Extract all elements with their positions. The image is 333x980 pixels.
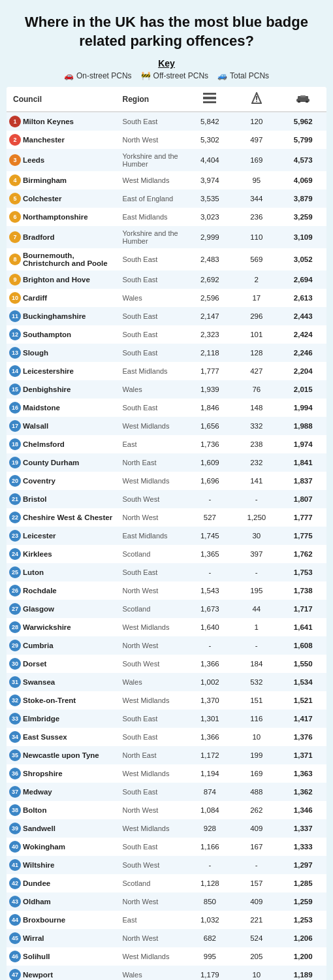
region-cell: South East bbox=[120, 710, 187, 728]
off-street-value: 95 bbox=[233, 171, 279, 189]
table-row: 24 Kirklees Scotland 1,365 397 1,762 bbox=[7, 545, 326, 563]
key-total-label: Total PCNs bbox=[230, 71, 269, 80]
off-street-value: 221 bbox=[233, 911, 279, 929]
table-row: 8 Bournemouth, Christchurch and Poole So… bbox=[7, 248, 326, 270]
table-row: 21 Bristol South West - - 1,807 bbox=[7, 490, 326, 508]
council-cell: 19 County Durham bbox=[7, 453, 120, 472]
council-cell: 37 Medway bbox=[7, 783, 120, 801]
off-street-value: 296 bbox=[233, 307, 279, 325]
council-cell: 28 Warwickshire bbox=[7, 618, 120, 636]
table-row: 31 Swansea Wales 1,002 532 1,534 bbox=[7, 673, 326, 691]
table-row: 12 Southampton South East 2,323 101 2,42… bbox=[7, 325, 326, 344]
region-cell: North East bbox=[120, 746, 187, 764]
off-street-value: - bbox=[233, 856, 279, 874]
off-street-value: 101 bbox=[233, 325, 279, 344]
rank-badge: 36 bbox=[9, 768, 21, 779]
council-name: Walsall bbox=[23, 422, 48, 430]
table-row: 6 Northamptonshire East Midlands 3,023 2… bbox=[7, 208, 326, 226]
region-cell: Wales bbox=[120, 380, 187, 399]
region-cell: North West bbox=[120, 508, 187, 527]
council-cell: 27 Glasgow bbox=[7, 600, 120, 618]
table-header-row: Council Region bbox=[7, 87, 326, 112]
rank-badge: 39 bbox=[9, 823, 21, 834]
council-cell: 1 Milton Keynes bbox=[7, 112, 120, 131]
rank-badge: 15 bbox=[9, 384, 21, 395]
total-value: 1,189 bbox=[280, 966, 326, 980]
on-street-value: 1,939 bbox=[187, 380, 233, 399]
on-street-value: 3,974 bbox=[187, 171, 233, 189]
rank-badge: 20 bbox=[9, 475, 21, 487]
rank-badge: 19 bbox=[9, 457, 21, 468]
council-cell: 9 Brighton and Hove bbox=[7, 270, 120, 289]
svg-point-5 bbox=[256, 101, 257, 102]
off-street-value: 167 bbox=[233, 838, 279, 856]
rank-badge: 16 bbox=[9, 402, 21, 414]
rank-badge: 12 bbox=[9, 329, 21, 340]
rank-badge: 32 bbox=[9, 694, 21, 706]
rank-badge: 4 bbox=[9, 174, 21, 186]
table-row: 11 Buckinghamshire South East 2,147 296 … bbox=[7, 307, 326, 325]
on-street-value: 928 bbox=[187, 819, 233, 838]
total-value: 1,417 bbox=[280, 710, 326, 728]
council-cell: 10 Cardiff bbox=[7, 289, 120, 307]
table-row: 39 Sandwell West Midlands 928 409 1,337 bbox=[7, 819, 326, 838]
council-name: Cheshire West & Chester bbox=[23, 514, 112, 521]
table-row: 13 Slough South East 2,118 128 2,246 bbox=[7, 344, 326, 362]
off-street-value: - bbox=[233, 490, 279, 508]
off-street-value: 344 bbox=[233, 189, 279, 208]
on-street-value: 4,404 bbox=[187, 149, 233, 171]
off-street-value: 195 bbox=[233, 581, 279, 600]
region-cell: South West bbox=[120, 655, 187, 673]
council-name: Southampton bbox=[23, 331, 71, 338]
region-cell: East Midlands bbox=[120, 362, 187, 380]
on-street-value: 1,846 bbox=[187, 399, 233, 417]
table-row: 26 Rochdale North West 1,543 195 1,738 bbox=[7, 581, 326, 600]
council-cell: 26 Rochdale bbox=[7, 581, 120, 600]
data-table-wrapper: Council Region 1 Mi bbox=[7, 87, 326, 980]
total-value: 1,841 bbox=[280, 453, 326, 472]
table-row: 30 Dorset South West 1,366 184 1,550 bbox=[7, 655, 326, 673]
on-street-value: - bbox=[187, 490, 233, 508]
off-street-value: 120 bbox=[233, 112, 279, 131]
car-icon: 🚙 bbox=[217, 71, 227, 80]
council-name: Elmbridge bbox=[23, 715, 59, 723]
off-street-value: 532 bbox=[233, 673, 279, 691]
table-row: 41 Wiltshire South West - - 1,297 bbox=[7, 856, 326, 874]
total-value: 2,246 bbox=[280, 344, 326, 362]
council-cell: 2 Manchester bbox=[7, 131, 120, 149]
rank-badge: 23 bbox=[9, 530, 21, 542]
total-value: 1,974 bbox=[280, 435, 326, 453]
rank-badge: 17 bbox=[9, 420, 21, 432]
total-value: 1,285 bbox=[280, 874, 326, 892]
on-street-value: 1,673 bbox=[187, 600, 233, 618]
table-row: 2 Manchester North West 5,302 497 5,799 bbox=[7, 131, 326, 149]
region-cell: South East bbox=[120, 838, 187, 856]
council-name: Kirklees bbox=[23, 550, 52, 558]
total-value: 2,204 bbox=[280, 362, 326, 380]
region-cell: West Midlands bbox=[120, 764, 187, 783]
council-name: Birmingham bbox=[23, 176, 67, 184]
off-street-value: 169 bbox=[233, 149, 279, 171]
rank-badge: 25 bbox=[9, 566, 21, 578]
region-cell: South West bbox=[120, 856, 187, 874]
off-street-value: - bbox=[233, 636, 279, 655]
total-value: 2,613 bbox=[280, 289, 326, 307]
table-row: 5 Colchester East of England 3,535 344 3… bbox=[7, 189, 326, 208]
on-street-value: 5,842 bbox=[187, 112, 233, 131]
off-street-value: 397 bbox=[233, 545, 279, 563]
off-street-value: 44 bbox=[233, 600, 279, 618]
region-cell: West Midlands bbox=[120, 691, 187, 710]
total-value: 1,988 bbox=[280, 417, 326, 435]
table-row: 42 Dundee Scotland 1,128 157 1,285 bbox=[7, 874, 326, 892]
council-cell: 22 Cheshire West & Chester bbox=[7, 508, 120, 527]
table-row: 20 Coventry West Midlands 1,696 141 1,83… bbox=[7, 472, 326, 490]
on-street-value: 1,370 bbox=[187, 691, 233, 710]
svg-rect-10 bbox=[300, 95, 306, 97]
rank-badge: 45 bbox=[9, 932, 21, 944]
off-street-value: 2 bbox=[233, 270, 279, 289]
region-cell: West Midlands bbox=[120, 417, 187, 435]
on-street-value: 1,696 bbox=[187, 472, 233, 490]
off-street-value: 148 bbox=[233, 399, 279, 417]
region-cell: East Midlands bbox=[120, 527, 187, 545]
table-row: 17 Walsall West Midlands 1,656 332 1,988 bbox=[7, 417, 326, 435]
